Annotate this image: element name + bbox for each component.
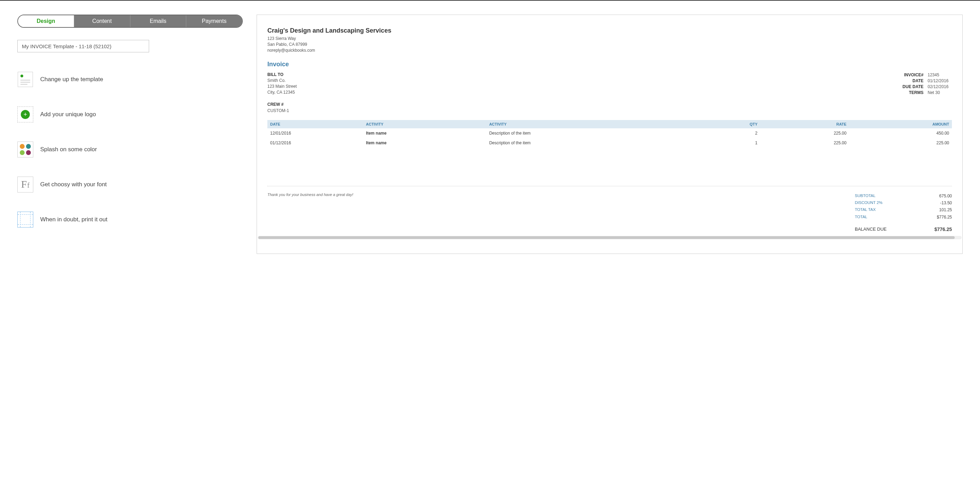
company-name: Craig's Design and Landscaping Services	[267, 27, 952, 34]
option-add-logo[interactable]: + Add your unique logo	[18, 107, 243, 123]
bill-to-label: BILL TO	[267, 72, 297, 77]
col-date: DATE	[267, 120, 363, 128]
color-palette-icon	[18, 142, 33, 158]
tabs: Design Content Emails Payments	[18, 14, 243, 28]
add-logo-icon: +	[18, 107, 33, 123]
option-label: Change up the template	[40, 76, 103, 83]
thank-you-message: Thank you for your business and have a g…	[267, 193, 353, 234]
totals-block: SUBTOTAL675.00 DISCOUNT 2%-13.50 TOTAL T…	[855, 193, 952, 234]
font-icon: Ff	[18, 177, 33, 193]
option-label: Get choosy with your font	[40, 181, 107, 188]
tab-content[interactable]: Content	[74, 15, 130, 27]
option-change-template[interactable]: Change up the template	[18, 72, 243, 88]
option-label: Splash on some color	[40, 146, 97, 153]
col-amount: AMOUNT	[849, 120, 952, 128]
invoice-meta: INVOICE#12345 DATE01/12/2016 DUE DATE02/…	[896, 72, 952, 95]
tab-emails[interactable]: Emails	[130, 15, 186, 27]
invoice-title: Invoice	[267, 61, 952, 68]
col-rate: RATE	[760, 120, 849, 128]
col-qty: QTY	[692, 120, 760, 128]
option-label: When in doubt, print it out	[40, 216, 108, 223]
template-name-input[interactable]	[18, 40, 149, 53]
table-row: 01/12/2016 Item name Description of the …	[267, 138, 952, 148]
template-icon	[18, 72, 33, 88]
tab-design[interactable]: Design	[18, 15, 74, 27]
option-font[interactable]: Ff Get choosy with your font	[18, 177, 243, 193]
print-layout-icon	[18, 212, 33, 228]
bill-to-block: BILL TO Smith Co. 123 Main Street City, …	[267, 72, 297, 95]
option-label: Add your unique logo	[40, 111, 96, 118]
line-items-table: DATE ACTIVITY ACTIVITY QTY RATE AMOUNT 1…	[267, 120, 952, 148]
company-address: 123 Sierra Way San Pablo, CA 87999 norep…	[267, 36, 952, 53]
invoice-preview: Craig's Design and Landscaping Services …	[257, 14, 963, 254]
option-color[interactable]: Splash on some color	[18, 142, 243, 158]
table-row: 12/01/2016 Item name Description of the …	[267, 128, 952, 138]
horizontal-scrollbar[interactable]	[258, 236, 962, 239]
option-print[interactable]: When in doubt, print it out	[18, 212, 243, 228]
tab-payments[interactable]: Payments	[186, 15, 242, 27]
col-activity: ACTIVITY	[363, 120, 486, 128]
crew-block: CREW # CUSTOM-1	[267, 102, 952, 113]
col-activity2: ACTIVITY	[487, 120, 692, 128]
